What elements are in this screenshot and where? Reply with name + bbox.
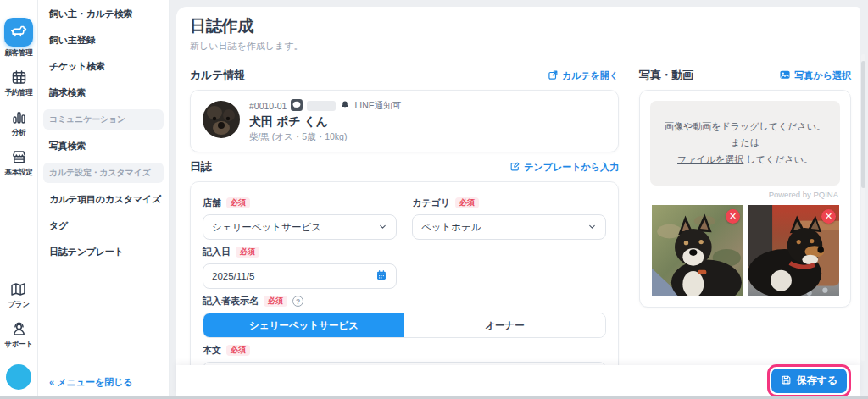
line-status: LINE通知可	[354, 100, 401, 112]
scrollbar-thumb[interactable]	[861, 61, 865, 188]
required-badge: 必須	[236, 247, 259, 258]
vertical-scrollbar[interactable]	[861, 54, 865, 361]
author-label: 記入者表示名	[203, 295, 259, 308]
menu-item-karte-field-customize[interactable]: カルテ項目のカスタマイズ	[38, 186, 169, 213]
photo-2[interactable]: ✕	[746, 205, 840, 296]
required-badge: 必須	[226, 197, 250, 208]
calendar-icon	[9, 68, 28, 86]
rail-label: サポート	[4, 340, 32, 350]
pet-code: #0010-01	[249, 101, 287, 111]
photos-section-title: 写真・動画	[639, 68, 693, 83]
support-agent-icon	[9, 319, 28, 338]
redacted-line-name	[307, 101, 336, 111]
calendar-picker-icon[interactable]	[376, 269, 387, 283]
content-panel: 日誌作成 新しい日誌を作成します。 カルテ情報 カルテを開く	[176, 7, 860, 396]
menu-item-tags[interactable]: タグ	[38, 213, 169, 239]
menu-item-invoice-search[interactable]: 請求検索	[38, 80, 169, 106]
template-input-link[interactable]: テンプレートから入力	[509, 161, 619, 174]
help-icon[interactable]: ?	[292, 296, 303, 307]
photo-1[interactable]: ✕	[650, 205, 744, 296]
pet-avatar	[203, 101, 240, 141]
map-book-icon	[9, 280, 28, 298]
save-button[interactable]: 保存する	[771, 369, 847, 393]
action-footer: 保存する	[176, 365, 860, 396]
rail-item-analytics[interactable]: 分析	[9, 108, 28, 138]
chevron-down-icon	[587, 222, 597, 233]
bell-icon	[340, 100, 350, 112]
author-toggle: シェリーペットサービス オーナー	[203, 313, 606, 338]
open-karte-link[interactable]: カルテを開く	[548, 69, 619, 82]
edit-template-icon	[509, 161, 520, 174]
rail-item-reservations[interactable]: 予約管理	[5, 68, 33, 98]
main-area: 日誌作成 新しい日誌を作成します。 カルテ情報 カルテを開く	[170, 0, 868, 396]
karte-section-title: カルテ情報	[190, 68, 245, 83]
powered-by-label: Powered by PQINA	[652, 190, 838, 199]
page-title: 日誌作成	[190, 15, 851, 37]
select-from-photos-link[interactable]: 写真から選択	[779, 69, 851, 82]
rail-item-support[interactable]: サポート	[4, 319, 32, 350]
journal-column: カルテ情報 カルテを開く #0010-01	[190, 61, 619, 396]
rail-item-customers[interactable]: 顧客管理	[4, 18, 33, 58]
remove-photo-2-button[interactable]: ✕	[821, 209, 836, 224]
pet-name: 犬田 ポチ くん	[249, 114, 401, 130]
journal-section-title: 日誌	[190, 159, 212, 175]
required-badge: 必須	[264, 296, 287, 307]
dropzone-text: または	[731, 137, 760, 147]
upload-dropzone[interactable]: 画像や動画をドラッグしてください。 または ファイルを選択 してください。	[650, 101, 840, 186]
date-label: 記入日	[203, 246, 231, 258]
icon-rail: 顧客管理 予約管理 分析 基本設定 プラン サポート	[0, 0, 38, 396]
pet-detail: 柴/黒 (オス・5歳・10kg)	[249, 131, 401, 143]
dog-icon	[9, 21, 28, 43]
chevron-down-icon	[378, 222, 387, 233]
storefront-icon	[9, 147, 28, 166]
required-badge: 必須	[455, 197, 479, 208]
line-badge-icon	[291, 99, 303, 113]
rail-label: 分析	[12, 128, 25, 138]
dropzone-text: 画像や動画をドラッグしてください。	[665, 121, 826, 131]
user-avatar[interactable]	[6, 364, 31, 390]
menu-item-journal-template[interactable]: 日誌テンプレート	[38, 239, 169, 265]
rail-label: プラン	[8, 300, 29, 310]
rail-label: 基本設定	[5, 168, 33, 178]
store-label: 店舗	[203, 197, 221, 209]
dropzone-text: してください。	[743, 154, 813, 164]
side-menu: 飼い主・カルテ検索 飼い主登録 チケット検索 請求検索 コミュニケーション 写真…	[38, 0, 170, 396]
page-subtitle: 新しい日誌を作成します。	[190, 40, 851, 53]
rail-item-plan[interactable]: プラン	[8, 280, 29, 310]
remove-photo-1-button[interactable]: ✕	[726, 209, 740, 224]
body-label: 本文	[203, 344, 221, 357]
pet-info: #0010-01 LINE通知可 犬田 ポチ くん 柴/黒 (オス・5歳・10k	[249, 99, 401, 143]
photos-card: 画像や動画をドラッグしてください。 または ファイルを選択 してください。 Po…	[639, 90, 851, 308]
rail-label: 顧客管理	[5, 48, 33, 58]
author-option-store[interactable]: シェリーペットサービス	[203, 313, 404, 337]
menu-section-communication: コミュニケーション	[43, 109, 164, 130]
save-highlight-ring: 保存する	[767, 364, 851, 397]
journal-form-card: 店舗 必須 シェリーペットサービス	[190, 181, 619, 396]
required-badge: 必須	[226, 345, 250, 356]
date-input[interactable]: 2025/11/5	[203, 263, 397, 289]
pet-card: #0010-01 LINE通知可 犬田 ポチ くん 柴/黒 (オス・5歳・10k	[190, 90, 619, 152]
photo-thumbnails: ✕	[650, 205, 840, 296]
save-floppy-icon	[781, 374, 792, 388]
menu-section-karte-customize: カルテ設定・カスタマイズ	[43, 163, 164, 183]
customers-active-tile[interactable]	[4, 18, 33, 47]
rail-label: 予約管理	[5, 88, 33, 98]
photos-column: 写真・動画 写真から選択 画像や動画をドラッグしてください。 または ファイルを…	[639, 61, 851, 396]
file-select-link[interactable]: ファイルを選択	[677, 154, 743, 164]
rail-item-settings[interactable]: 基本設定	[5, 147, 33, 178]
external-link-icon	[548, 69, 559, 82]
category-select[interactable]: ペットホテル	[412, 214, 606, 240]
menu-item-owner-register[interactable]: 飼い主登録	[38, 27, 169, 53]
menu-item-photo-search[interactable]: 写真検索	[38, 133, 169, 159]
category-label: カテゴリ	[412, 197, 450, 209]
bar-chart-icon	[9, 108, 28, 126]
menu-item-ticket-search[interactable]: チケット検索	[38, 53, 169, 80]
menu-item-owner-karte-search[interactable]: 飼い主・カルテ検索	[38, 1, 169, 27]
image-icon	[779, 69, 791, 82]
author-option-owner[interactable]: オーナー	[404, 313, 605, 337]
menu-close-link[interactable]: « メニューを閉じる	[49, 376, 133, 389]
store-select[interactable]: シェリーペットサービス	[203, 214, 397, 240]
